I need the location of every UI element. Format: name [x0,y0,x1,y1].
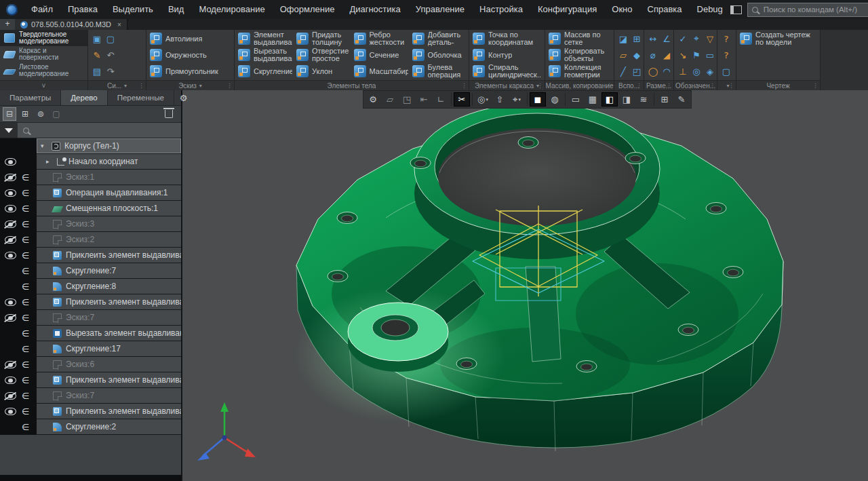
local-cs-icon[interactable]: ⊞ [630,32,644,45]
section-view-icon[interactable]: ◧ [601,92,618,107]
tree-item-11[interactable]: Эскиз:7 [37,310,181,326]
rib-button[interactable]: Ребро жесткости [352,31,410,47]
visibility-eye-icon[interactable] [5,158,16,166]
tree-view-mode-icon[interactable]: ⊟ [3,107,16,121]
simple-hole-button[interactable]: Отверстие простое [294,47,352,63]
panel-tab-tree[interactable]: Дерево [61,90,107,105]
menu-item-8[interactable]: Настройка [472,0,530,19]
tree-row[interactable]: ∈Приклеить элемент выдавливания [0,404,181,419]
print-icon[interactable]: ▤ [90,64,104,78]
tree-row[interactable]: ∈Эскиз:3 [0,216,181,232]
datum-icon[interactable]: ⊥ [676,64,690,78]
delete-icon[interactable] [165,110,173,118]
visibility-eye-icon[interactable] [5,299,16,306]
tree-row[interactable]: ∈Приклеить элемент выдавливания [0,294,181,310]
tree-row[interactable]: ∈Эскиз:6 [0,357,181,372]
menu-item-6[interactable]: Диагностика [342,0,408,19]
sketch-mode-icon[interactable]: ◳ [399,92,415,107]
menu-item-9[interactable]: Конфигурация [530,0,604,19]
visibility-eye-icon[interactable] [5,408,16,415]
group-collapse-icon[interactable]: ▾ [124,83,127,89]
tree-item-0[interactable]: ▾Корпус (Тел-1) [37,138,181,154]
redo-icon[interactable]: ↷ [104,64,117,78]
tree-item-15[interactable]: Приклеить элемент выдавливания [37,372,181,388]
tree-item-9[interactable]: Скругление:8 [37,279,181,294]
command-search-input[interactable] [762,5,868,14]
visibility-eye-icon[interactable] [5,252,16,259]
panel-tab-variables[interactable]: Переменные [108,90,174,105]
filter-button[interactable] [0,123,18,138]
circle-button[interactable]: Окружность [148,47,233,63]
tree-row[interactable]: ∈Вырезать элемент выдавливания: [0,326,181,341]
tree-item-3[interactable]: Операция выдавливания:1 [37,185,181,201]
tree-item-5[interactable]: Эскиз:3 [37,216,181,232]
clip-region-icon[interactable]: ▦ [585,92,601,107]
extrude-button[interactable]: Элемент выдавливания [236,31,294,47]
marking-icon[interactable]: ⚑ [690,48,703,62]
mode-wireframe-surfaces[interactable]: Каркас и поверхности [0,46,87,62]
group-handle-icon[interactable]: ⋮ [709,82,715,89]
construction-point-icon[interactable]: ◆ [630,48,644,62]
visibility-eye-icon[interactable] [5,361,16,368]
tree-structure-icon[interactable]: ⊞ [18,107,32,121]
snap-settings-icon[interactable]: ⚙ [365,92,381,107]
settings-gear-icon[interactable]: ⚙ [174,90,193,105]
window-layout-icon[interactable] [730,5,742,14]
normal-to-icon[interactable]: ∟ [433,92,449,107]
tree-row[interactable]: ∈Скругление:2 [0,419,181,435]
panel-tab-parameters[interactable]: Параметры [0,90,61,105]
tree-item-12[interactable]: Вырезать элемент выдавливания: [37,326,181,341]
tree-item-17[interactable]: Приклеить элемент выдавливания [37,404,181,419]
contour-button[interactable]: Контур [471,47,543,63]
auto-dimension-icon[interactable]: ⇤ [416,92,432,107]
arc-dimension-icon[interactable]: ◠ [660,64,673,78]
visibility-eye-icon[interactable] [5,377,16,384]
group-handle-icon[interactable]: ⋮ [666,82,672,89]
document-tab[interactable]: 078.505.0.0104.00.M3D × [15,19,127,30]
menu-item-4[interactable]: Моделирование [191,0,272,19]
tree-item-16[interactable]: Эскиз:7 [37,388,181,404]
scene-layers-icon[interactable]: ≋ [635,92,652,107]
grid-array-button[interactable]: Массив по сетке [547,31,612,47]
tree-row[interactable]: ∈Эскиз:7 [0,310,181,326]
copy-objects-button[interactable]: Копировать объекты [547,47,612,63]
model-housing[interactable] [294,120,783,451]
mode-solid-modeling[interactable]: Твердотельное моделирование [0,30,87,46]
menu-item-3[interactable]: Вид [161,0,192,19]
menu-item-5[interactable]: Оформление [273,0,342,19]
visibility-eye-icon[interactable] [5,220,16,228]
linear-dimension-icon[interactable]: ↔ [646,32,660,45]
measure-query-icon[interactable]: ? [719,48,733,62]
add-stock-part-button[interactable]: Добавить деталь-заготов... [410,31,468,47]
tree-item-8[interactable]: Скругление:7 [37,263,181,279]
app-logo-icon[interactable] [6,4,18,16]
group-handle-icon[interactable]: ⋮ [636,82,642,89]
construction-surface-icon[interactable]: ▱ [616,48,630,62]
modes-collapse[interactable]: ˅ [0,80,87,90]
zoom-icon[interactable]: ◎▾ [475,92,491,107]
tree-search[interactable] [18,123,181,138]
tree-row[interactable]: ∈Смещенная плоскость:1 [0,201,181,216]
tree-row[interactable]: ∈Приклеить элемент выдавливания [0,248,181,263]
tree-relations-icon[interactable]: ⊚ [34,107,47,121]
orientation-icon[interactable]: ⇧ [492,92,508,107]
visibility-eye-icon[interactable] [5,174,16,181]
tree-additional-icon[interactable]: ▢ [50,107,63,121]
position-icon[interactable]: ◎ [690,64,703,78]
construction-plane-icon[interactable]: ◪ [616,32,630,45]
sketch-plane-icon[interactable]: ▱ [382,92,398,107]
tab-close-icon[interactable]: × [117,21,121,28]
menu-item-7[interactable]: Управление [408,0,472,19]
group-handle-icon[interactable]: ⋮ [728,82,734,89]
menu-item-11[interactable]: Справка [640,0,690,19]
autoline-button[interactable]: Автолиния [148,31,233,47]
coordinate-systems-icon[interactable]: ⌖▾ [509,92,525,107]
visibility-eye-icon[interactable] [5,205,16,212]
tree-row[interactable]: ∈Скругление:17 [0,341,181,357]
visibility-eye-icon[interactable] [5,314,16,322]
shaded-display-icon[interactable]: ◼ [530,92,546,107]
tree-row[interactable]: ▸Начало координат [0,154,181,170]
tree-row[interactable]: ▾Корпус (Тел-1) [0,138,181,154]
construction-axis-icon[interactable]: ╱ [616,64,630,78]
tree-row[interactable]: ∈Скругление:7 [0,263,181,279]
